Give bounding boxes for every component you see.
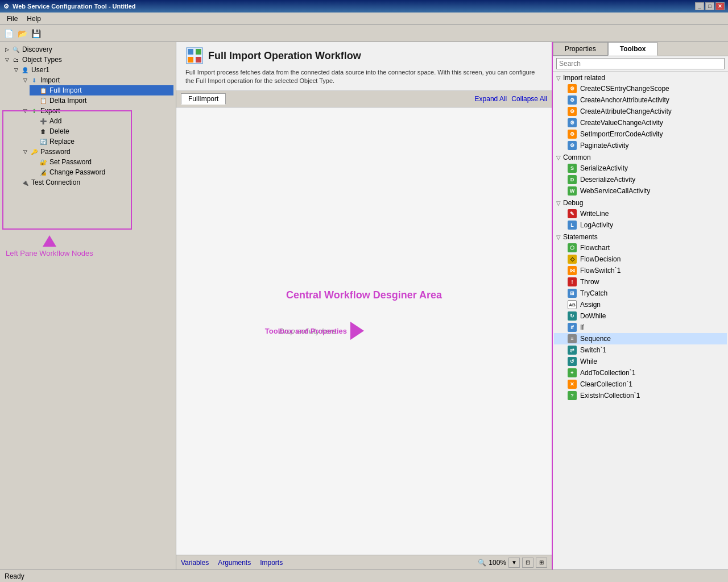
tb-item-label: AddToCollection`1	[580, 369, 635, 377]
group-header-debug[interactable]: ▽ Debug	[554, 198, 727, 208]
tree-label: Full Import	[49, 86, 82, 94]
close-button[interactable]: ✕	[715, 2, 725, 10]
save-button[interactable]: 💾	[30, 27, 42, 40]
workflow-header: Full Import Operation Workflow Full Impo…	[176, 42, 552, 91]
new-button[interactable]: 📄	[2, 27, 15, 40]
search-input[interactable]	[556, 58, 725, 69]
tree-item-changepassword[interactable]: 🔏 Change Password	[30, 167, 173, 177]
tab-variables[interactable]: Variables	[181, 559, 209, 567]
password-icon: 🔑	[30, 147, 39, 156]
tb-item-icon: ✎	[568, 209, 577, 218]
tb-item-icon: If	[568, 323, 577, 332]
tb-item-switch[interactable]: ⇌ Switch`1	[554, 344, 727, 356]
group-expand-icon: ▽	[556, 234, 561, 240]
tb-item-webservice[interactable]: W WebServiceCallActivity	[554, 185, 727, 197]
tree-item-add[interactable]: ➕ Add	[30, 116, 173, 126]
tree-item-testconnection[interactable]: 🔌 Test Connection	[11, 177, 173, 188]
tree-item-objecttypes[interactable]: ▽ 🗂 Object Types	[2, 55, 173, 65]
menu-help[interactable]: Help	[22, 14, 46, 24]
group-header-import-related[interactable]: ▽ Import related	[554, 73, 727, 83]
tb-item-label: FlowSwitch`1	[580, 267, 621, 275]
tree-item-setpassword[interactable]: 🔐 Set Password	[30, 157, 173, 167]
tab-properties[interactable]: Properties	[553, 42, 608, 56]
zoom-dropdown-button[interactable]: ▼	[508, 558, 520, 568]
tb-item-label: SerializeActivity	[580, 164, 628, 172]
tb-item-createanchor[interactable]: ⚙ CreateAnchorAttributeActivity	[554, 94, 727, 106]
tb-item-createcsentry[interactable]: ⚙ CreateCSEntryChangeScope	[554, 83, 727, 94]
tb-item-serialize[interactable]: S SerializeActivity	[554, 163, 727, 174]
expand-icon	[30, 86, 39, 95]
tb-item-createvalue[interactable]: ⚙ CreateValueChangeActivity	[554, 117, 727, 128]
expand-icon	[30, 157, 39, 167]
group-label: Statements	[563, 233, 598, 241]
minimize-button[interactable]: _	[695, 2, 704, 10]
tb-item-if[interactable]: If If	[554, 322, 727, 333]
tb-item-trycatch[interactable]: ⊞ TryCatch	[554, 288, 727, 299]
tb-item-logactivity[interactable]: L LogActivity	[554, 219, 727, 231]
tree-item-replace[interactable]: 🔄 Replace	[30, 136, 173, 147]
tree-item-import[interactable]: ▽ ⬇ Import	[20, 75, 173, 85]
title-bar-controls[interactable]: _ □ ✕	[695, 2, 725, 10]
tb-item-icon: AB	[568, 300, 577, 309]
tree-item-delete[interactable]: 🗑 Delete	[30, 126, 173, 136]
group-header-statements[interactable]: ▽ Statements	[554, 232, 727, 242]
tb-item-existsincollection[interactable]: ? ExistsInCollection`1	[554, 390, 727, 401]
tb-item-label: LogActivity	[580, 221, 613, 229]
expand-icon[interactable]: ▷	[2, 45, 11, 54]
workflow-tab-fullimport[interactable]: FullImport	[181, 93, 226, 105]
tb-item-sequence[interactable]: ≡ Sequence	[554, 333, 727, 344]
tb-item-flowswitch[interactable]: ⋈ FlowSwitch`1	[554, 265, 727, 276]
expand-all-button[interactable]: Expand All	[475, 95, 507, 103]
menu-file[interactable]: File	[2, 14, 22, 24]
tree-item-password[interactable]: ▽ 🔑 Password	[20, 147, 173, 157]
tree-item-user1[interactable]: ▽ 👤 User1	[11, 65, 173, 75]
expand-icon[interactable]: ▽	[20, 76, 30, 85]
tree-label: Discovery	[22, 45, 52, 53]
tb-item-addtocollection[interactable]: + AddToCollection`1	[554, 367, 727, 379]
tb-item-icon: ⚙	[568, 130, 577, 139]
tab-arguments[interactable]: Arguments	[218, 559, 251, 567]
tb-item-while[interactable]: ↺ While	[554, 356, 727, 367]
zoom-actual-button[interactable]: ⊞	[536, 558, 547, 568]
expand-icon[interactable]: ▽	[2, 55, 11, 64]
maximize-button[interactable]: □	[705, 2, 714, 10]
tree-item-export[interactable]: ▽ ⬆ Export	[20, 106, 173, 116]
tb-item-icon: ↺	[568, 357, 577, 366]
tree-label: User1	[31, 66, 49, 74]
zoom-fit-button[interactable]: ⊡	[522, 558, 533, 568]
tb-item-deserialize[interactable]: D DeserializeActivity	[554, 174, 727, 185]
group-expand-icon: ▽	[556, 155, 561, 161]
designer-area[interactable]: Drop activity here Central Workflow Desg…	[176, 107, 552, 555]
tb-item-flowchart[interactable]: ⬡ Flowchart	[554, 242, 727, 253]
tb-item-dowhile[interactable]: ↻ DoWhile	[554, 310, 727, 322]
tb-item-throw[interactable]: ! Throw	[554, 276, 727, 288]
open-button[interactable]: 📂	[16, 27, 28, 40]
tb-item-writeline[interactable]: ✎ WriteLine	[554, 208, 727, 219]
discovery-icon: 🔍	[11, 45, 20, 54]
tb-item-createattribute[interactable]: ⚙ CreateAttributeChangeActivity	[554, 106, 727, 117]
tree-label: Delete	[49, 127, 69, 135]
zoom-icon: 🔍	[478, 559, 486, 567]
collapse-all-button[interactable]: Collapse All	[511, 95, 547, 103]
tb-item-clearcollection[interactable]: ✕ ClearCollection`1	[554, 379, 727, 390]
tb-item-label: WebServiceCallActivity	[580, 187, 650, 195]
expand-icon[interactable]: ▽	[20, 106, 30, 115]
tab-imports[interactable]: Imports	[260, 559, 283, 567]
tb-item-paginate[interactable]: ⚙ PaginateActivity	[554, 140, 727, 151]
group-import-related: ▽ Import related ⚙ CreateCSEntryChangeSc…	[554, 73, 727, 151]
tab-toolbox[interactable]: Toolbox	[608, 42, 658, 56]
tree-item-deltaimport[interactable]: 📋 Delta Import	[30, 95, 173, 106]
designer-bottom-bar: Variables Arguments Imports 🔍 100% ▼ ⊡ ⊞	[176, 555, 552, 569]
user1-children: ▽ ⬇ Import 📋 Full Import 📋	[20, 75, 173, 177]
export-icon: ⬆	[30, 106, 39, 115]
tb-item-setimporterror[interactable]: ⚙ SetImportErrorCodeActivity	[554, 128, 727, 140]
tb-item-assign[interactable]: AB Assign	[554, 299, 727, 310]
tb-item-label: DeserializeActivity	[580, 176, 635, 184]
tb-item-flowdecision[interactable]: ◇ FlowDecision	[554, 253, 727, 265]
tree-item-discovery[interactable]: ▷ 🔍 Discovery	[2, 44, 173, 55]
tree-label: Delta Import	[49, 97, 86, 105]
group-header-common[interactable]: ▽ Common	[554, 152, 727, 163]
expand-icon[interactable]: ▽	[20, 147, 30, 156]
expand-icon[interactable]: ▽	[11, 65, 20, 74]
tree-item-fullimport[interactable]: 📋 Full Import	[30, 85, 173, 95]
